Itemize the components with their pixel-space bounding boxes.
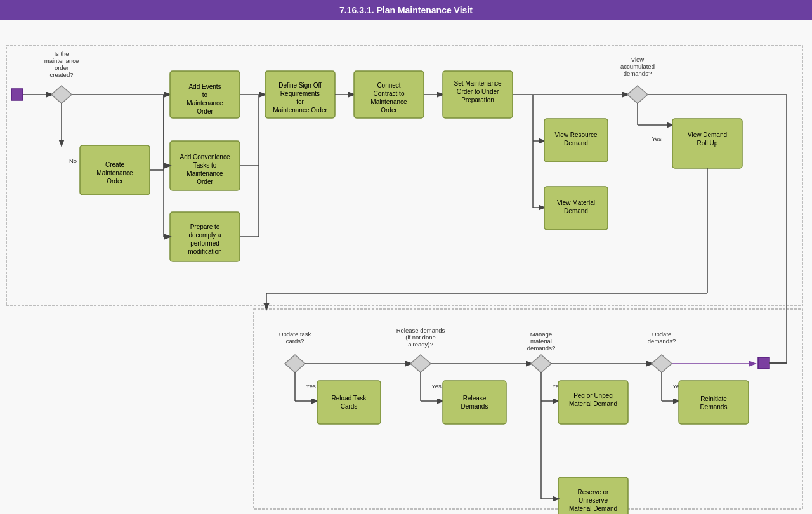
add-events-label: Add Events bbox=[188, 83, 221, 90]
reload-label: Reload Task bbox=[332, 395, 367, 402]
release-label2: Demands bbox=[461, 403, 488, 410]
resource-label2: Demand bbox=[564, 140, 588, 147]
decomply-label4: modification bbox=[188, 248, 221, 255]
add-conv-label: Add Convenience bbox=[180, 154, 230, 161]
q-manage-text3: demands? bbox=[527, 345, 555, 352]
q-update-demands-text: Update bbox=[652, 331, 672, 338]
reserve-label: Reserve or bbox=[578, 489, 610, 496]
release-label: Release bbox=[463, 395, 487, 402]
yes-g2-label: Yes bbox=[652, 135, 662, 142]
reserve-label2: Unreserve bbox=[579, 497, 608, 504]
gateway-accumulated bbox=[627, 86, 648, 103]
gateway-release bbox=[410, 355, 431, 372]
no-label: No bbox=[69, 157, 77, 164]
q-update-demands-text2: demands? bbox=[648, 338, 676, 345]
set-label3: Preparation bbox=[461, 96, 494, 103]
q-manage-text: Manage bbox=[530, 331, 552, 338]
define-label2: Requirements bbox=[280, 90, 320, 97]
connect-label2: Contract to bbox=[374, 90, 405, 97]
start-node bbox=[11, 89, 23, 100]
peg-label: Peg or Unpeg bbox=[573, 392, 613, 399]
q-created-text2: maintenance bbox=[44, 57, 79, 64]
add-events-label2: to bbox=[202, 91, 208, 98]
q-accumulated-text: View bbox=[631, 56, 645, 63]
gateway-created bbox=[51, 86, 72, 103]
define-label: Define Sign Off bbox=[278, 82, 322, 89]
connect-label4: Order bbox=[381, 107, 397, 114]
reload-label2: Cards bbox=[341, 403, 358, 410]
q-created-text3: order bbox=[55, 64, 69, 71]
create-mo-label2: Maintenance bbox=[96, 169, 133, 176]
define-label3: for bbox=[296, 98, 304, 105]
end-node bbox=[758, 357, 769, 369]
decomply-label2: decomply a bbox=[188, 232, 221, 239]
rollup-label2: Roll Up bbox=[697, 140, 718, 147]
yes-g3-label: Yes bbox=[306, 383, 316, 390]
create-mo-label: Create bbox=[105, 161, 124, 168]
q-release-text: Release demands bbox=[396, 327, 445, 334]
page-title: 7.16.3.1. Plan Maintenance Visit bbox=[339, 5, 473, 15]
reinitiate-box bbox=[679, 381, 749, 424]
q-created-text4: created? bbox=[50, 71, 74, 78]
q-update-task-text2: cards? bbox=[286, 338, 304, 345]
peg-label2: Material Demand bbox=[569, 400, 617, 407]
connect-label3: Maintenance bbox=[370, 98, 407, 105]
decomply-label3: performed bbox=[190, 240, 219, 247]
q-release-text2: (if not done bbox=[405, 334, 436, 341]
reserve-label3: Material Demand bbox=[569, 505, 617, 512]
gateway-update-demands bbox=[652, 355, 672, 372]
q-accumulated-text2: accumulated bbox=[620, 63, 655, 70]
add-conv-label4: Order bbox=[197, 178, 213, 185]
diagram-container: Is the maintenance order created? No Cre… bbox=[0, 20, 812, 514]
add-conv-label3: Maintenance bbox=[187, 170, 223, 177]
q-manage-text2: material bbox=[530, 338, 552, 345]
q-update-task-text: Update task bbox=[279, 331, 311, 338]
material-label2: Demand bbox=[564, 208, 588, 214]
create-mo-label3: Order bbox=[107, 178, 123, 185]
resource-label: View Resource bbox=[554, 131, 598, 138]
gateway-manage bbox=[531, 355, 551, 372]
set-label: Set Maintenance bbox=[454, 80, 501, 87]
q-release-text3: already)? bbox=[408, 341, 433, 348]
q-accumulated-text3: demands? bbox=[624, 70, 652, 77]
reinitiate-label: Reinitiate bbox=[700, 395, 727, 402]
q-created-text: Is the bbox=[54, 50, 69, 57]
add-events-label3: Maintenance bbox=[187, 100, 223, 107]
yes-g4-label: Yes bbox=[431, 383, 442, 390]
set-label2: Order to Under bbox=[457, 88, 499, 95]
reinitiate-label2: Demands bbox=[700, 404, 728, 411]
gateway-update-task bbox=[285, 355, 305, 372]
rollup-label: View Demand bbox=[688, 131, 727, 138]
connect-label: Connect bbox=[377, 82, 400, 89]
define-label4: Maintenance Order bbox=[273, 107, 327, 114]
material-label: View Material bbox=[557, 199, 595, 206]
add-conv-label2: Tasks to bbox=[193, 162, 217, 169]
title-bar: 7.16.3.1. Plan Maintenance Visit bbox=[0, 0, 812, 20]
decomply-label: Prepare to bbox=[190, 223, 220, 230]
add-events-label4: Order bbox=[197, 108, 213, 115]
